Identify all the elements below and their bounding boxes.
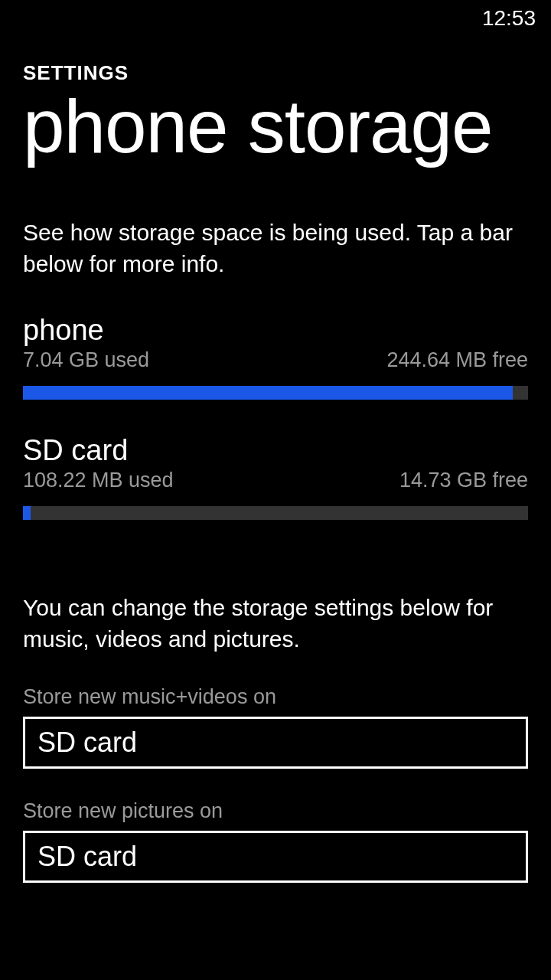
page-title: phone storage bbox=[23, 89, 528, 164]
sdcard-storage-free: 14.73 GB free bbox=[399, 469, 528, 492]
phone-storage-free: 244.64 MB free bbox=[386, 348, 528, 372]
phone-storage-row: 7.04 GB used 244.64 MB free bbox=[23, 348, 528, 372]
music-videos-select-group: Store new music+videos on SD card bbox=[23, 685, 528, 769]
phone-storage-used: 7.04 GB used bbox=[23, 348, 149, 372]
sdcard-storage-used: 108.22 MB used bbox=[23, 469, 174, 492]
sdcard-storage-row: 108.22 MB used 14.73 GB free bbox=[23, 469, 528, 492]
sdcard-storage-label: SD card bbox=[23, 434, 528, 467]
sdcard-storage-section[interactable]: SD card 108.22 MB used 14.73 GB free bbox=[23, 434, 528, 520]
phone-storage-label: phone bbox=[23, 314, 528, 347]
main-content: SETTINGS phone storage See how storage s… bbox=[0, 0, 551, 883]
phone-progress-fill bbox=[23, 386, 513, 400]
music-videos-select-label: Store new music+videos on bbox=[23, 685, 528, 709]
settings-description: You can change the storage settings belo… bbox=[23, 593, 528, 655]
status-time: 12:53 bbox=[482, 6, 536, 30]
breadcrumb: SETTINGS bbox=[23, 61, 528, 85]
storage-description: See how storage space is being used. Tap… bbox=[23, 217, 528, 279]
sdcard-progress-fill bbox=[23, 506, 31, 520]
phone-progress-bar[interactable] bbox=[23, 386, 528, 400]
pictures-select[interactable]: SD card bbox=[23, 831, 528, 883]
phone-storage-section[interactable]: phone 7.04 GB used 244.64 MB free bbox=[23, 314, 528, 400]
pictures-select-group: Store new pictures on SD card bbox=[23, 799, 528, 883]
music-videos-select[interactable]: SD card bbox=[23, 717, 528, 769]
sdcard-progress-bar[interactable] bbox=[23, 506, 528, 520]
status-bar: 12:53 bbox=[482, 6, 536, 31]
pictures-select-label: Store new pictures on bbox=[23, 799, 528, 823]
